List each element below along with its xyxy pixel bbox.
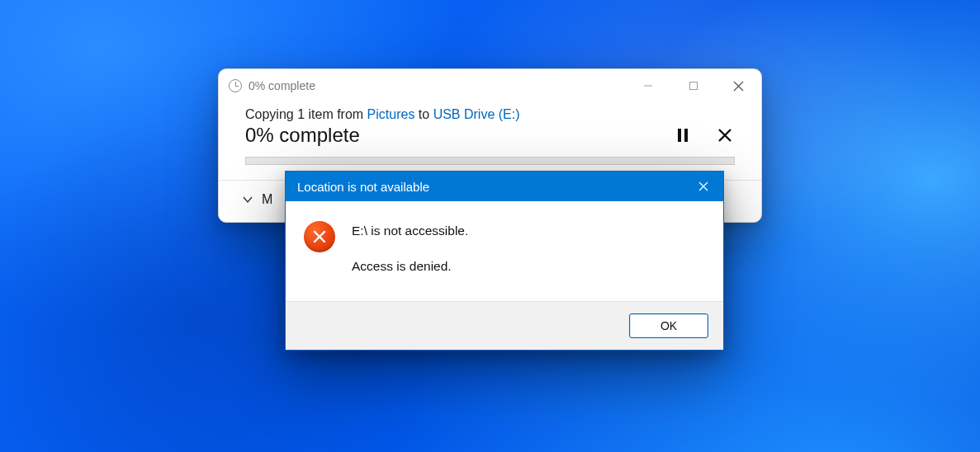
minimize-button[interactable] bbox=[625, 69, 670, 102]
copy-desc-prefix: Copying 1 item from bbox=[245, 107, 367, 121]
error-dialog-footer: OK bbox=[286, 301, 723, 350]
copy-status-text: 0% complete bbox=[245, 124, 360, 147]
copy-dialog-titlebar[interactable]: 0% complete bbox=[219, 69, 761, 102]
clock-icon bbox=[229, 79, 242, 92]
error-close-button[interactable] bbox=[684, 172, 723, 201]
error-icon bbox=[304, 221, 335, 252]
copy-source-link[interactable]: Pictures bbox=[367, 107, 415, 121]
svg-rect-1 bbox=[689, 82, 697, 90]
cancel-button[interactable] bbox=[718, 129, 731, 142]
maximize-button[interactable] bbox=[670, 69, 716, 102]
error-dialog: Location is not available E:\ is not acc… bbox=[285, 171, 724, 351]
copy-description: Copying 1 item from Pictures to USB Driv… bbox=[245, 107, 735, 122]
error-dialog-title: Location is not available bbox=[297, 180, 429, 194]
pause-button[interactable] bbox=[677, 129, 689, 142]
error-dialog-titlebar[interactable]: Location is not available bbox=[286, 172, 723, 201]
copy-desc-middle: to bbox=[414, 107, 433, 121]
ok-button-label: OK bbox=[660, 319, 677, 332]
error-line-2: Access is denied. bbox=[352, 257, 468, 275]
svg-rect-5 bbox=[684, 129, 688, 142]
error-message: E:\ is not accessible. Access is denied. bbox=[352, 221, 468, 276]
progress-bar bbox=[245, 157, 735, 165]
copy-status-row: 0% complete bbox=[245, 124, 735, 147]
copy-action-buttons bbox=[677, 129, 735, 142]
chevron-down-icon bbox=[242, 194, 253, 205]
copy-dialog-title: 0% complete bbox=[249, 79, 625, 92]
error-dialog-body: E:\ is not accessible. Access is denied. bbox=[286, 201, 723, 301]
more-details-label: M bbox=[262, 192, 272, 207]
window-controls bbox=[625, 69, 761, 102]
close-button[interactable] bbox=[716, 69, 761, 102]
error-line-1: E:\ is not accessible. bbox=[352, 221, 468, 240]
copy-dest-link[interactable]: USB Drive (E:) bbox=[433, 107, 520, 121]
svg-rect-4 bbox=[678, 129, 681, 142]
ok-button[interactable]: OK bbox=[629, 313, 708, 338]
copy-dialog-body: Copying 1 item from Pictures to USB Driv… bbox=[219, 102, 761, 180]
